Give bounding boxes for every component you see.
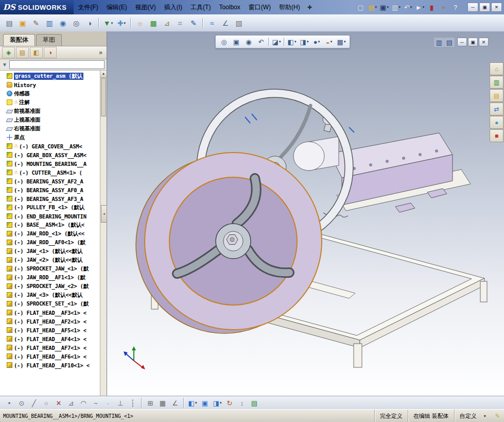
tree-item[interactable]: ⚠ (-) MOUNTING_BEARING__A xyxy=(0,159,100,168)
tree-item[interactable]: ⚠ (-) FLAT_HEAD__AF4<1> < xyxy=(0,334,100,343)
menu-help[interactable]: 帮助(H) xyxy=(275,0,304,14)
pin-icon[interactable]: ✚ xyxy=(307,4,312,11)
select-filter-icon[interactable]: ◑ xyxy=(83,16,96,30)
spline-tool-icon[interactable]: ~ xyxy=(90,397,102,409)
measure-icon[interactable]: ⊿ xyxy=(160,16,173,30)
filter-components-icon[interactable]: ▼ xyxy=(101,16,115,30)
tree-item[interactable]: ⚠ (-) JAW_<3> (默认<<默认 xyxy=(0,291,100,299)
help-icon[interactable]: ? xyxy=(449,2,461,13)
rectangle-pattern-icon[interactable]: ⊞ xyxy=(144,397,157,409)
displaymanager-tab[interactable]: ◑ xyxy=(44,47,57,58)
tree-item[interactable]: ⚠ (-) GEAR_BOX_ASSY__ASM< xyxy=(0,150,100,159)
model-canvas[interactable] xyxy=(107,31,504,396)
tree-item[interactable]: ⚠ (-) CUTTER__ASM<1> ( xyxy=(0,168,100,177)
tree-item[interactable]: ⚠ (-) JAW_ROD_<1> (默认<< xyxy=(0,229,100,238)
appearances-icon[interactable]: ◒ xyxy=(323,36,335,47)
section-view-icon[interactable]: ◪ xyxy=(270,36,283,47)
markup-icon[interactable]: ✎ xyxy=(187,16,200,30)
options-icon[interactable]: ▪ xyxy=(438,2,449,13)
design-table-icon[interactable]: ▤ xyxy=(248,397,260,409)
menu-edit[interactable]: 编辑(E) xyxy=(102,0,131,14)
trim-tool-icon[interactable]: ✕ xyxy=(53,397,65,409)
tree-item[interactable]: ⚠ (-) BASE__ASM<1> (默认< xyxy=(0,221,100,229)
scene-icon[interactable]: ▩ xyxy=(335,36,347,47)
construction-line-icon[interactable]: ┆ xyxy=(127,397,139,409)
tree-item[interactable]: ⚠ (-) BEARING_ASSY_AF3_A xyxy=(0,194,100,203)
tree-item[interactable]: ⚠ (-) FLAT_HEAD__AF6<1> < xyxy=(0,352,100,361)
menu-file[interactable]: 文件(F) xyxy=(74,0,102,14)
point-select-icon[interactable]: • xyxy=(3,397,15,409)
chevron-expand-icon[interactable]: » xyxy=(97,49,105,56)
search-arrows-icon[interactable]: ⇄ xyxy=(490,103,503,115)
split-horizontal-icon[interactable]: ▥ xyxy=(434,38,444,47)
tree-item[interactable]: ⚠ (-) SPROCKET_SET_<1> (默 xyxy=(0,299,100,308)
tree-item[interactable]: ⚠ (-) SPROCKET_JAW_<2> (默 xyxy=(0,282,100,291)
front-flywheel-selected[interactable] xyxy=(136,153,322,333)
featuremanager-tree-tab[interactable]: ◈ xyxy=(2,47,15,58)
filter-funnel-icon[interactable]: ▼ xyxy=(2,62,7,67)
toolbox-grid-icon[interactable]: ▦ xyxy=(147,16,160,30)
vertical-ruler-icon[interactable]: ↕ xyxy=(236,397,248,409)
design-library-icon[interactable]: ▥ xyxy=(490,76,503,89)
tree-item[interactable]: ⚠ (-) JAW_ROD__AF1<1> (默 xyxy=(0,273,100,282)
tree-item[interactable]: ⚠ (-) FLAT_HEAD__AF2<1> < xyxy=(0,317,100,326)
draft-analysis-icon[interactable]: ∠ xyxy=(219,16,232,30)
find-references-icon[interactable]: ◎ xyxy=(69,16,83,30)
move-component-icon[interactable]: ◨ xyxy=(211,397,223,409)
tree-item[interactable]: ⚠ 注解 xyxy=(0,98,100,107)
view-orientation-icon[interactable]: ◧ xyxy=(286,36,298,47)
save-icon[interactable]: ▣ xyxy=(378,2,390,13)
close-button[interactable]: ✕ xyxy=(491,3,502,12)
chamfer-tool-icon[interactable]: ⊿ xyxy=(65,397,77,409)
tree-item[interactable]: ⚠ (-) SPROCKET_JAW_<1> (默 xyxy=(0,264,100,273)
tree-item[interactable]: ⚠ (-) FLAT_HEAD__AF5<1> < xyxy=(0,326,100,334)
file-explorer-icon[interactable]: ▤ xyxy=(490,89,503,102)
restore-button[interactable]: ▣ xyxy=(479,3,490,12)
tree-item[interactable]: ⚠ (-) END_BEARING_MOUNTIN xyxy=(0,212,100,221)
tree-item[interactable]: ⚠ (-) BEARING_ASSY_AF2_A xyxy=(0,177,100,185)
tree-scrollbar[interactable]: ▲ xyxy=(100,71,107,396)
mass-properties-icon[interactable]: ⌗ xyxy=(173,16,187,30)
line-tool-icon[interactable]: ╱ xyxy=(28,397,40,409)
make-drawing-icon[interactable]: ▤ xyxy=(3,16,16,30)
zoom-in-out-icon[interactable]: ◉ xyxy=(242,36,255,47)
shaded-view-icon[interactable]: ◧ xyxy=(186,397,199,409)
tree-item[interactable]: ⚠ (-) FLAT_HEAD__AF10<1> < xyxy=(0,361,100,369)
new-document-icon[interactable]: ▢ xyxy=(355,2,367,13)
animation-icon[interactable]: ▧ xyxy=(232,16,246,30)
tab-sketch[interactable]: 草图 xyxy=(36,34,62,46)
preview-window-icon[interactable]: ◉ xyxy=(56,16,69,30)
point-tool-icon[interactable]: · xyxy=(102,397,114,409)
tree-item[interactable]: ⚠ 前视基准面 xyxy=(0,107,100,115)
tree-filter-input[interactable] xyxy=(9,60,105,69)
view-palette-icon[interactable]: ● xyxy=(490,116,503,129)
tree-item[interactable]: ⚠ (-) JAW_<2> (默认<<默认 xyxy=(0,256,100,264)
angle-dimension-icon[interactable]: ∠ xyxy=(169,397,181,409)
scrollbar-thumb[interactable] xyxy=(101,78,106,116)
resources-home-icon[interactable]: ⌂ xyxy=(490,62,503,75)
tree-item[interactable]: ⚠ 右视基准面 xyxy=(0,124,100,133)
panel-splitter-handle[interactable]: ◂ xyxy=(101,205,107,223)
hide-show-items-icon[interactable]: ● xyxy=(310,36,323,47)
doc-close-button[interactable]: ✕ xyxy=(479,38,489,46)
menu-window[interactable]: 窗口(W) xyxy=(245,0,275,14)
graphics-viewport[interactable]: ◎▣◉↶◪◧◨●◒▩ ▥▤ ─▣✕ ⌂▥▤⇄●■ xyxy=(107,31,504,396)
snapshot-icon[interactable]: ✚ xyxy=(115,16,128,30)
doc-minimize-button[interactable]: ─ xyxy=(457,38,467,46)
undo-icon[interactable]: ↶ xyxy=(402,2,414,13)
menu-view[interactable]: 视图(V) xyxy=(131,0,160,14)
configurationmanager-tab[interactable]: ◧ xyxy=(30,47,43,58)
status-pencil-icon[interactable]: ✎ xyxy=(491,413,504,419)
menu-toolbox[interactable]: Toolbox xyxy=(215,0,244,14)
appearances-scenes-icon[interactable]: ■ xyxy=(490,129,503,142)
component-columns-icon[interactable]: ▥ xyxy=(43,16,56,30)
tree-item[interactable]: ⚠ History xyxy=(0,80,100,89)
open-icon[interactable]: ▤ xyxy=(367,2,378,13)
tree-item[interactable]: ⚠ 传感器 xyxy=(0,89,100,98)
menu-tools[interactable]: 工具(T) xyxy=(186,0,215,14)
split-vertical-icon[interactable]: ▤ xyxy=(444,38,455,47)
doc-restore-button[interactable]: ▣ xyxy=(468,38,478,46)
tree-item[interactable]: ⚠ (-) PULLEY_FB_<1> (默认 xyxy=(0,203,100,212)
select-cursor-icon[interactable]: ► xyxy=(414,2,426,13)
gear-icon[interactable]: ☼ xyxy=(133,16,147,30)
